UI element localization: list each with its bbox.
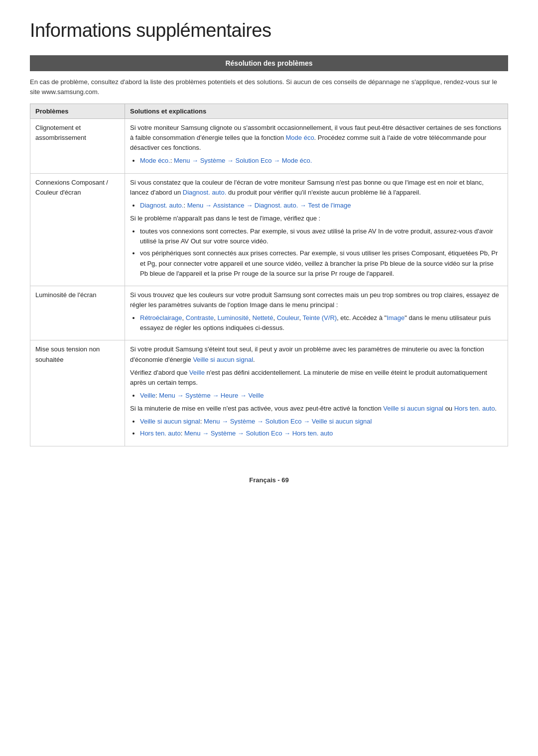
contraste-link[interactable]: Contraste (186, 314, 214, 322)
couleur-link[interactable]: Couleur (277, 314, 299, 322)
menu-assistance-link[interactable]: Menu → Assistance → Diagnost. auto. → Te… (187, 202, 351, 209)
table-row: Connexions Composant / Couleur d'écran S… (30, 173, 508, 286)
solution-cell: Si votre produit Samsung s'éteint tout s… (125, 340, 508, 446)
bullet-item: Diagnost. auto.: Menu → Assistance → Dia… (140, 201, 503, 211)
bullet-list: Veille: Menu → Système → Heure → Veille (140, 391, 503, 401)
col-solutions-header: Solutions et explications (125, 104, 508, 119)
menu-eco-veille-link[interactable]: Menu → Système → Solution Eco → Veille s… (204, 418, 372, 425)
problem-cell: Luminosité de l'écran (30, 286, 125, 340)
teinte-link[interactable]: Teinte (V/R) (302, 314, 337, 322)
bullet-item: vos périphériques sont connectés aux pri… (140, 248, 503, 278)
bullet-item: Veille si aucun signal: Menu → Système →… (140, 417, 503, 427)
menu-eco-hors-link[interactable]: Menu → Système → Solution Eco → Hors ten… (184, 430, 333, 437)
solution-text: Si votre produit Samsung s'éteint tout s… (130, 344, 503, 364)
bullet-item: Mode éco.: Menu → Système → Solution Eco… (140, 156, 503, 166)
bullet-item: toutes vos connexions sont correctes. Pa… (140, 226, 503, 246)
page-footer: Français - 69 (30, 476, 508, 484)
veille-link2[interactable]: Veille (140, 392, 155, 399)
mode-eco-link2[interactable]: Mode éco. (140, 157, 170, 164)
bullet-list: Rétroéclairage, Contraste, Luminosité, N… (140, 313, 503, 333)
solution-text: Si votre moniteur Samsung clignote ou s'… (130, 123, 503, 153)
bullet-item: Veille: Menu → Système → Heure → Veille (140, 391, 503, 401)
veille-signal-link2[interactable]: Veille si aucun signal (383, 405, 443, 412)
solution-text3: Si la minuterie de mise en veille n'est … (130, 404, 503, 414)
page-title: Informations supplémentaires (30, 20, 508, 41)
solution-cell: Si vous trouvez que les couleurs sur vot… (125, 286, 508, 340)
hors-ten-link2[interactable]: Hors ten. auto (140, 430, 181, 437)
retroeclairage-link[interactable]: Rétroéclairage (140, 314, 182, 322)
problem-cell: Clignotement et assombrissement (30, 119, 125, 174)
solution-text: Si vous trouvez que les couleurs sur vot… (130, 290, 503, 310)
intro-text: En cas de problème, consultez d'abord la… (30, 77, 508, 97)
image-link[interactable]: Image (387, 314, 404, 322)
col-problems-header: Problèmes (30, 104, 125, 119)
table-row: Mise sous tension non souhaitée Si votre… (30, 340, 508, 446)
extra-bullet-list: toutes vos connexions sont correctes. Pa… (140, 226, 503, 279)
veille-signal-link[interactable]: Veille si aucun signal (193, 356, 253, 363)
solution-text2: Vérifiez d'abord que Veille n'est pas dé… (130, 368, 503, 388)
section-header: Résolution des problèmes (30, 55, 508, 71)
table-row: Clignotement et assombrissement Si votre… (30, 119, 508, 174)
diagnost-link2[interactable]: Diagnost. auto. (140, 202, 183, 209)
nettete-link[interactable]: Netteté (253, 314, 273, 322)
solution-text2: Si le problème n'apparaît pas dans le te… (130, 214, 503, 223)
menu-heure-link[interactable]: Menu → Système → Heure → Veille (159, 392, 264, 399)
hors-ten-link[interactable]: Hors ten. auto (454, 405, 495, 412)
veille-link[interactable]: Veille (189, 369, 205, 376)
bullet-list: Diagnost. auto.: Menu → Assistance → Dia… (140, 201, 503, 211)
problem-cell: Mise sous tension non souhaitée (30, 340, 125, 446)
bullet-list: Mode éco.: Menu → Système → Solution Eco… (140, 156, 503, 166)
bullet-item: Hors ten. auto: Menu → Système → Solutio… (140, 429, 503, 438)
solution-cell: Si votre moniteur Samsung clignote ou s'… (125, 119, 508, 174)
mode-eco-link[interactable]: Mode éco (286, 134, 314, 141)
diagnost-link[interactable]: Diagnost. auto. (183, 189, 226, 196)
solution-cell: Si vous constatez que la couleur de l'éc… (125, 173, 508, 286)
problems-table: Problèmes Solutions et explications Clig… (30, 104, 508, 446)
solution-text: Si vous constatez que la couleur de l'éc… (130, 178, 503, 198)
extra-bullet-list2: Veille si aucun signal: Menu → Système →… (140, 417, 503, 438)
problem-cell: Connexions Composant / Couleur d'écran (30, 173, 125, 286)
bullet-item: Rétroéclairage, Contraste, Luminosité, N… (140, 313, 503, 333)
luminosite-link[interactable]: Luminosité (217, 314, 249, 322)
veille-signal-link3[interactable]: Veille si aucun signal (140, 418, 200, 425)
table-row: Luminosité de l'écran Si vous trouvez qu… (30, 286, 508, 340)
menu-link[interactable]: Menu → Système → Solution Eco → Mode éco… (174, 157, 312, 164)
